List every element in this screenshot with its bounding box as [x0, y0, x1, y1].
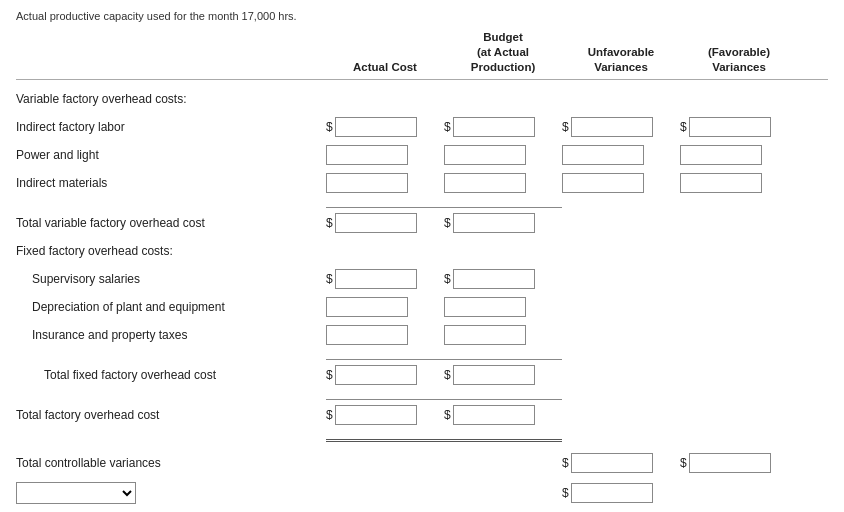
unfav-total-controllable[interactable]: $	[562, 453, 680, 473]
input-actual-total-factory-overhead[interactable]	[335, 405, 417, 425]
input-actual-power-and-light[interactable]	[326, 145, 408, 165]
divider-before-total-overhead	[16, 390, 828, 400]
table-header: Actual Cost Budget (at Actual Production…	[16, 30, 828, 80]
label-indirect-factory-labor: Indirect factory labor	[16, 120, 326, 134]
actual-insurance[interactable]	[326, 325, 444, 345]
fav-total-controllable[interactable]: $	[680, 453, 798, 473]
label-insurance: Insurance and property taxes	[16, 328, 326, 342]
input-unfav-power-and-light[interactable]	[562, 145, 644, 165]
dollar-sign: $	[326, 408, 333, 422]
label-depreciation: Depreciation of plant and equipment	[16, 300, 326, 314]
budget-total-factory-overhead[interactable]: $	[444, 405, 562, 425]
label-total-controllable-variances: Total controllable variances	[16, 456, 326, 470]
dollar-sign: $	[680, 456, 687, 470]
input-fav-indirect-factory-labor[interactable]	[689, 117, 771, 137]
budget-insurance[interactable]	[444, 325, 562, 345]
dollar-sign: $	[444, 408, 451, 422]
header-budget: Budget (at Actual Production)	[444, 30, 562, 75]
input-budget-total-factory-overhead[interactable]	[453, 405, 535, 425]
input-actual-total-variable[interactable]	[335, 213, 417, 233]
dollar-sign: $	[444, 272, 451, 286]
row-total-fixed: Total fixed factory overhead cost $ $	[16, 362, 828, 388]
budget-total-variable[interactable]: $	[444, 213, 562, 233]
input-unfav-indirect-materials[interactable]	[562, 173, 644, 193]
row-indirect-materials: Indirect materials	[16, 170, 828, 196]
actual-indirect-materials[interactable]	[326, 173, 444, 193]
dollar-sign: $	[680, 120, 687, 134]
row-power-and-light: Power and light	[16, 142, 828, 168]
dollar-sign: $	[326, 120, 333, 134]
input-unfav-total-controllable[interactable]	[571, 453, 653, 473]
budget-depreciation[interactable]	[444, 297, 562, 317]
dollar-sign: $	[562, 486, 569, 500]
header-unfavorable: Unfavorable Variances	[562, 45, 680, 75]
input-budget-depreciation[interactable]	[444, 297, 526, 317]
unfav-indirect-factory-labor[interactable]: $	[562, 117, 680, 137]
dollar-sign: $	[562, 456, 569, 470]
dollar-sign: $	[444, 216, 451, 230]
select-dropdown-1[interactable]	[16, 482, 136, 504]
input-unfav-indirect-factory-labor[interactable]	[571, 117, 653, 137]
row-total-controllable-variances: Total controllable variances $ $	[16, 450, 828, 476]
input-budget-supervisory-salaries[interactable]	[453, 269, 535, 289]
dollar-sign: $	[444, 368, 451, 382]
actual-power-and-light[interactable]	[326, 145, 444, 165]
actual-supervisory-salaries[interactable]: $	[326, 269, 444, 289]
row-select1[interactable]: $	[16, 478, 828, 508]
input-actual-depreciation[interactable]	[326, 297, 408, 317]
divider-before-total-variable	[16, 198, 828, 208]
unfav-power-and-light[interactable]	[562, 145, 680, 165]
dollar-sign: $	[326, 368, 333, 382]
row-insurance: Insurance and property taxes	[16, 322, 828, 348]
unfav-select1[interactable]: $	[562, 483, 680, 503]
budget-power-and-light[interactable]	[444, 145, 562, 165]
input-unfav-select1[interactable]	[571, 483, 653, 503]
label-total-fixed: Total fixed factory overhead cost	[16, 368, 326, 382]
input-budget-insurance[interactable]	[444, 325, 526, 345]
double-divider-total-overhead	[16, 430, 828, 442]
input-budget-power-and-light[interactable]	[444, 145, 526, 165]
label-total-variable: Total variable factory overhead cost	[16, 216, 326, 230]
input-fav-total-controllable[interactable]	[689, 453, 771, 473]
input-budget-total-fixed[interactable]	[453, 365, 535, 385]
input-fav-power-and-light[interactable]	[680, 145, 762, 165]
dollar-sign: $	[326, 216, 333, 230]
input-actual-indirect-materials[interactable]	[326, 173, 408, 193]
section-variable: Variable factory overhead costs:	[16, 86, 828, 112]
actual-depreciation[interactable]	[326, 297, 444, 317]
section-fixed: Fixed factory overhead costs:	[16, 238, 828, 264]
row-indirect-factory-labor: Indirect factory labor $ $ $ $	[16, 114, 828, 140]
input-fav-indirect-materials[interactable]	[680, 173, 762, 193]
input-actual-total-fixed[interactable]	[335, 365, 417, 385]
fav-indirect-factory-labor[interactable]: $	[680, 117, 798, 137]
row-depreciation: Depreciation of plant and equipment	[16, 294, 828, 320]
input-budget-indirect-materials[interactable]	[444, 173, 526, 193]
row-total-factory-overhead: Total factory overhead cost $ $	[16, 402, 828, 428]
actual-total-factory-overhead[interactable]: $	[326, 405, 444, 425]
header-actual: Actual Cost	[326, 60, 444, 75]
dollar-sign: $	[562, 120, 569, 134]
dollar-sign: $	[444, 120, 451, 134]
row-total-variable: Total variable factory overhead cost $ $	[16, 210, 828, 236]
budget-indirect-factory-labor[interactable]: $	[444, 117, 562, 137]
budget-indirect-materials[interactable]	[444, 173, 562, 193]
actual-indirect-factory-labor[interactable]: $	[326, 117, 444, 137]
actual-total-fixed[interactable]: $	[326, 365, 444, 385]
actual-total-variable[interactable]: $	[326, 213, 444, 233]
input-actual-insurance[interactable]	[326, 325, 408, 345]
budget-supervisory-salaries[interactable]: $	[444, 269, 562, 289]
divider-before-total-fixed	[16, 350, 828, 360]
input-budget-total-variable[interactable]	[453, 213, 535, 233]
dollar-sign: $	[326, 272, 333, 286]
input-actual-indirect-factory-labor[interactable]	[335, 117, 417, 137]
input-budget-indirect-factory-labor[interactable]	[453, 117, 535, 137]
label-supervisory-salaries: Supervisory salaries	[16, 272, 326, 286]
label-indirect-materials: Indirect materials	[16, 176, 326, 190]
label-total-factory-overhead: Total factory overhead cost	[16, 408, 326, 422]
header-favorable: (Favorable) Variances	[680, 45, 798, 75]
input-actual-supervisory-salaries[interactable]	[335, 269, 417, 289]
budget-total-fixed[interactable]: $	[444, 365, 562, 385]
fav-power-and-light[interactable]	[680, 145, 798, 165]
unfav-indirect-materials[interactable]	[562, 173, 680, 193]
fav-indirect-materials[interactable]	[680, 173, 798, 193]
